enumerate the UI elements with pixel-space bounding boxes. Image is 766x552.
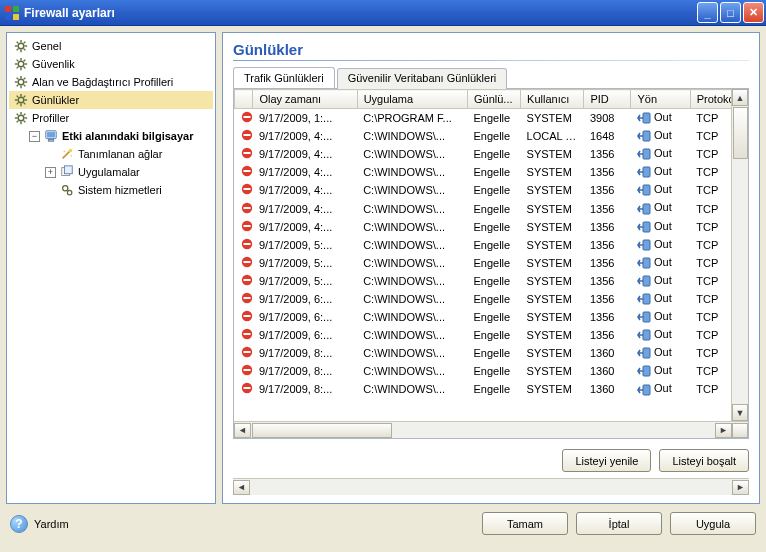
apply-button[interactable]: Uygula	[670, 512, 756, 535]
table-row[interactable]: 9/17/2009, 5:...C:\WINDOWS\...EngelleSYS…	[235, 254, 748, 272]
table-horizontal-scrollbar[interactable]: ◄ ►	[234, 421, 748, 438]
column-header[interactable]: Günlü...	[467, 90, 520, 109]
cell-app: C:\WINDOWS\...	[357, 236, 467, 254]
sidebar-tree[interactable]: GenelGüvenlikAlan ve Bağdaştırıcı Profil…	[6, 32, 216, 504]
svg-line-9	[17, 42, 19, 44]
tree-item[interactable]: Tanımlanan ağlar	[9, 145, 213, 163]
svg-rect-3	[13, 14, 19, 20]
cell-user: SYSTEM	[521, 199, 584, 217]
direction-out-icon	[637, 274, 651, 288]
svg-line-21	[17, 67, 19, 69]
scroll-down-icon[interactable]: ▼	[732, 404, 748, 421]
tree-item[interactable]: Profiller	[9, 109, 213, 127]
table-row[interactable]: 9/17/2009, 8:...C:\WINDOWS\...EngelleSYS…	[235, 380, 748, 398]
tree-item-label: Tanımlanan ağlar	[78, 148, 162, 160]
tree-item[interactable]: Günlükler	[9, 91, 213, 109]
cell-user: SYSTEM	[521, 236, 584, 254]
cell-direction: Out	[631, 145, 690, 163]
table-row[interactable]: 9/17/2009, 6:...C:\WINDOWS\...EngelleSYS…	[235, 290, 748, 308]
tab[interactable]: Güvenilir Veritabanı Günlükleri	[337, 68, 508, 89]
cell-direction: Out	[631, 127, 690, 145]
scroll-right-icon[interactable]: ►	[732, 480, 749, 495]
table-row[interactable]: 9/17/2009, 4:...C:\WINDOWS\...EngelleLOC…	[235, 127, 748, 145]
direction-out-icon	[637, 129, 651, 143]
column-header[interactable]: PID	[584, 90, 631, 109]
svg-rect-79	[243, 225, 250, 227]
cancel-button[interactable]: İptal	[576, 512, 662, 535]
table-row[interactable]: 9/17/2009, 4:...C:\WINDOWS\...EngelleSYS…	[235, 145, 748, 163]
collapse-icon[interactable]: −	[29, 131, 40, 142]
cell-time: 9/17/2009, 4:...	[253, 199, 357, 217]
help-link[interactable]: ? Yardım	[10, 515, 69, 533]
svg-rect-61	[243, 116, 250, 118]
tree-item[interactable]: Güvenlik	[9, 55, 213, 73]
cell-time: 9/17/2009, 4:...	[253, 181, 357, 199]
vertical-scrollbar[interactable]: ▲ ▼	[731, 89, 748, 421]
tree-item[interactable]: +Uygulamalar	[9, 163, 213, 181]
tab-strip: Trafik GünlükleriGüvenilir Veritabanı Gü…	[233, 67, 749, 89]
column-header[interactable]: Kullanıcı	[521, 90, 584, 109]
svg-rect-64	[243, 134, 250, 136]
dialog-footer: ? Yardım Tamam İptal Uygula	[6, 504, 760, 539]
scroll-left-icon[interactable]: ◄	[233, 480, 250, 495]
scroll-thumb-h[interactable]	[252, 423, 392, 438]
clear-list-button[interactable]: Listeyi boşalt	[659, 449, 749, 472]
cell-direction: Out	[631, 344, 690, 362]
svg-rect-104	[643, 366, 650, 376]
table-row[interactable]: 9/17/2009, 5:...C:\WINDOWS\...EngelleSYS…	[235, 236, 748, 254]
cell-time: 9/17/2009, 6:...	[253, 308, 357, 326]
cell-app: C:\PROGRAM F...	[357, 109, 467, 128]
log-table[interactable]: Olay zamanıUygulamaGünlü...KullanıcıPIDY…	[234, 89, 748, 399]
direction-out-icon	[637, 383, 651, 397]
resize-grip[interactable]	[732, 423, 748, 438]
block-icon	[241, 147, 253, 159]
tree-item[interactable]: −Etki alanındaki bilgisayar	[9, 127, 213, 145]
tree-item[interactable]: Alan ve Bağdaştırıcı Profilleri	[9, 73, 213, 91]
cell-app: C:\WINDOWS\...	[357, 380, 467, 398]
table-row[interactable]: 9/17/2009, 8:...C:\WINDOWS\...EngelleSYS…	[235, 344, 748, 362]
svg-rect-77	[643, 204, 650, 214]
table-row[interactable]: 9/17/2009, 4:...C:\WINDOWS\...EngelleSYS…	[235, 218, 748, 236]
scroll-right-icon[interactable]: ►	[715, 423, 732, 438]
tree-item[interactable]: Sistem hizmetleri	[9, 181, 213, 199]
table-row[interactable]: 9/17/2009, 4:...C:\WINDOWS\...EngelleSYS…	[235, 163, 748, 181]
svg-rect-100	[243, 351, 250, 353]
minimize-button[interactable]: _	[697, 2, 718, 23]
close-button[interactable]: ✕	[743, 2, 764, 23]
expand-icon[interactable]: +	[45, 167, 56, 178]
column-header[interactable]: Olay zamanı	[253, 90, 357, 109]
cell-user: SYSTEM	[521, 380, 584, 398]
column-header[interactable]: Uygulama	[357, 90, 467, 109]
cell-user: SYSTEM	[521, 218, 584, 236]
table-row[interactable]: 9/17/2009, 8:...C:\WINDOWS\...EngelleSYS…	[235, 362, 748, 380]
scroll-up-icon[interactable]: ▲	[732, 89, 748, 106]
scroll-left-icon[interactable]: ◄	[234, 423, 251, 438]
table-row[interactable]: 9/17/2009, 5:...C:\WINDOWS\...EngelleSYS…	[235, 272, 748, 290]
tree-item[interactable]: Genel	[9, 37, 213, 55]
svg-rect-82	[243, 243, 250, 245]
svg-rect-50	[47, 132, 55, 137]
maximize-button[interactable]: □	[720, 2, 741, 23]
block-icon	[241, 220, 253, 232]
refresh-list-button[interactable]: Listeyi yenile	[562, 449, 651, 472]
cell-app: C:\WINDOWS\...	[357, 272, 467, 290]
tree-item-label: Günlükler	[32, 94, 79, 106]
tab[interactable]: Trafik Günlükleri	[233, 67, 335, 88]
scroll-thumb[interactable]	[733, 107, 748, 159]
tree-item-label: Sistem hizmetleri	[78, 184, 162, 196]
table-row[interactable]: 9/17/2009, 6:...C:\WINDOWS\...EngelleSYS…	[235, 326, 748, 344]
svg-rect-65	[643, 131, 650, 141]
ok-button[interactable]: Tamam	[482, 512, 568, 535]
cell-app: C:\WINDOWS\...	[357, 326, 467, 344]
svg-rect-1	[13, 6, 19, 12]
svg-rect-95	[643, 312, 650, 322]
table-row[interactable]: 9/17/2009, 4:...C:\WINDOWS\...EngelleSYS…	[235, 199, 748, 217]
cell-action: Engelle	[467, 326, 520, 344]
cell-action: Engelle	[467, 145, 520, 163]
table-row[interactable]: 9/17/2009, 6:...C:\WINDOWS\...EngelleSYS…	[235, 308, 748, 326]
cell-app: C:\WINDOWS\...	[357, 181, 467, 199]
column-header[interactable]: Yön	[631, 90, 690, 109]
panel-horizontal-scrollbar[interactable]: ◄ ►	[233, 478, 749, 495]
table-row[interactable]: 9/17/2009, 4:...C:\WINDOWS\...EngelleSYS…	[235, 181, 748, 199]
table-row[interactable]: 9/17/2009, 1:...C:\PROGRAM F...EngelleSY…	[235, 109, 748, 128]
